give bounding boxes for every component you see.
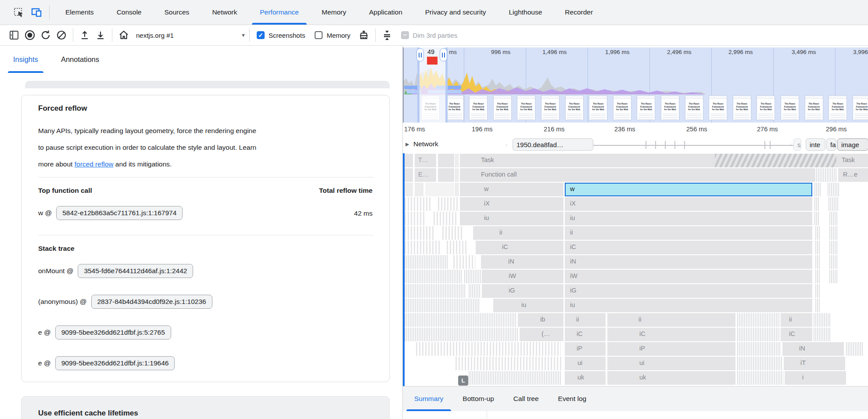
- insights-tab-annotations[interactable]: Annotations: [61, 46, 99, 73]
- save-profile-icon[interactable]: [93, 27, 108, 43]
- reload-record-button[interactable]: [38, 27, 54, 43]
- flame-bar[interactable]: [460, 183, 563, 196]
- screenshot-thumbnail[interactable]: The ReactFrameworkfor the Web: [853, 95, 868, 120]
- flame-bar[interactable]: [460, 154, 830, 167]
- memory-checkbox[interactable]: Memory: [315, 31, 350, 39]
- window-left-handle[interactable]: [416, 48, 424, 61]
- flame-bar[interactable]: [405, 168, 413, 182]
- window-right-handle[interactable]: [440, 48, 447, 61]
- network-track[interactable]: ▶ Network 1950.dea8fad…sintefaimage: [403, 137, 868, 153]
- flame-bar[interactable]: [405, 154, 413, 167]
- flame-bar[interactable]: [458, 183, 459, 196]
- tab-lighthouse[interactable]: Lighthouse: [497, 0, 553, 25]
- clear-recording-button[interactable]: [54, 27, 69, 43]
- flame-bar[interactable]: [607, 342, 735, 356]
- screenshot-thumbnail[interactable]: The ReactFrameworkfor the Web: [781, 95, 799, 120]
- flame-bar[interactable]: [565, 299, 812, 312]
- flame-left-edge-line[interactable]: [403, 153, 405, 386]
- screenshot-thumbnail[interactable]: The ReactFrameworkfor the Web: [685, 95, 703, 120]
- flame-chart[interactable]: T…TaskTaskE…Function callR…ewwiXiXiuiuii…: [403, 153, 868, 386]
- scrolled-card-edge[interactable]: [25, 81, 390, 88]
- screenshot-thumbnail[interactable]: The ReactFrameworkfor the Web: [637, 95, 655, 120]
- record-button[interactable]: [22, 27, 38, 43]
- insights-tab-insights[interactable]: Insights: [13, 46, 38, 73]
- flame-bar[interactable]: [460, 197, 563, 211]
- flame-bar[interactable]: [482, 270, 563, 283]
- screenshot-thumbnail[interactable]: The ReactFrameworkfor the Web: [493, 95, 512, 120]
- flame-bar[interactable]: [781, 328, 812, 341]
- network-request-chip[interactable]: fa: [826, 138, 836, 151]
- tab-privacy-and-security[interactable]: Privacy and security: [414, 0, 498, 25]
- flame-bar[interactable]: [785, 371, 846, 385]
- tab-memory[interactable]: Memory: [310, 0, 358, 25]
- screenshot-thumbnail[interactable]: The ReactFrameworkfor the Web: [565, 95, 584, 120]
- screenshot-thumbnail[interactable]: The ReactFrameworkfor the Web: [709, 95, 727, 120]
- flame-bar[interactable]: [456, 168, 457, 182]
- screenshot-thumbnail[interactable]: The ReactFrameworkfor the Web: [661, 95, 679, 120]
- screenshot-thumbnail[interactable]: The ReactFrameworkfor the Web: [445, 95, 464, 120]
- flame-bar[interactable]: [565, 342, 606, 356]
- tab-console[interactable]: Console: [105, 0, 153, 25]
- flame-bar[interactable]: [455, 154, 456, 167]
- tab-application[interactable]: Application: [358, 0, 414, 25]
- source-link-chip[interactable]: 2837-84b4d4394cd0f92e.js:1:10236: [91, 295, 212, 309]
- detail-ruler[interactable]: 176 ms196 ms216 ms236 ms256 ms276 ms296 …: [403, 123, 868, 137]
- tab-elements[interactable]: Elements: [54, 0, 105, 25]
- flame-bar[interactable]: [565, 357, 606, 370]
- flame-bar[interactable]: [565, 212, 812, 225]
- bottom-tab-call-tree[interactable]: Call tree: [504, 386, 549, 411]
- flame-bar[interactable]: [607, 328, 735, 341]
- flame-bar[interactable]: [458, 154, 459, 167]
- screenshot-thumbnail[interactable]: The ReactFrameworkfor the Web: [733, 95, 751, 120]
- toggle-sidebar-icon[interactable]: [6, 27, 22, 43]
- flame-bar[interactable]: [482, 284, 563, 298]
- load-profile-icon[interactable]: [77, 27, 93, 43]
- flame-bar[interactable]: [425, 183, 454, 196]
- flame-bar[interactable]: [415, 183, 423, 196]
- flame-bar[interactable]: [476, 241, 563, 254]
- flame-bar[interactable]: [565, 371, 606, 385]
- flame-bar[interactable]: [565, 241, 812, 254]
- flame-bar[interactable]: [565, 328, 606, 341]
- tab-sources[interactable]: Sources: [153, 0, 201, 25]
- flame-bar-selected[interactable]: [565, 183, 812, 196]
- screenshot-thumbnail[interactable]: The ReactFrameworkfor the Web: [805, 95, 823, 120]
- flame-bar[interactable]: [565, 313, 606, 327]
- tab-recorder[interactable]: Recorder: [553, 0, 604, 25]
- flame-bar[interactable]: [784, 357, 845, 370]
- tab-performance[interactable]: Performance: [248, 0, 310, 25]
- flame-bar[interactable]: [607, 313, 735, 327]
- bottom-tab-summary[interactable]: Summary: [405, 386, 453, 411]
- network-request-chip[interactable]: 1950.dea8fad…: [513, 138, 593, 151]
- session-select[interactable]: nextjs.org #1 ▼: [136, 32, 246, 39]
- flame-bar[interactable]: [565, 255, 812, 269]
- screenshot-thumbnail[interactable]: The ReactFrameworkfor the Web: [589, 95, 607, 120]
- flame-bar[interactable]: [458, 168, 459, 182]
- flame-bar[interactable]: [493, 299, 563, 312]
- flame-bar[interactable]: [781, 313, 812, 327]
- live-metrics-home-icon[interactable]: [116, 27, 132, 43]
- flame-bar[interactable]: [455, 183, 456, 196]
- flame-bar[interactable]: [565, 197, 812, 211]
- source-link-chip[interactable]: 9099-5bee326dd621dfbf.js:1:19646: [55, 356, 175, 370]
- flame-bar[interactable]: [456, 183, 457, 196]
- source-link-chip[interactable]: 3545-fd6e7644112d46af.js:1:2442: [78, 264, 193, 278]
- network-request-chip[interactable]: s: [793, 138, 801, 151]
- collect-garbage-icon[interactable]: [356, 27, 372, 43]
- flame-bar[interactable]: [565, 284, 812, 298]
- screenshots-checkbox[interactable]: ✓ Screenshots: [257, 31, 305, 39]
- flame-bar[interactable]: [438, 154, 454, 167]
- flame-bar[interactable]: [405, 183, 413, 196]
- screenshot-thumbnail[interactable]: The ReactFrameworkfor the Web: [469, 95, 488, 120]
- device-toolbar-icon[interactable]: [31, 6, 43, 18]
- screenshot-thumbnail[interactable]: The ReactFrameworkfor the Web: [613, 95, 631, 120]
- flame-bar[interactable]: [460, 212, 563, 225]
- collapse-tracks-icon[interactable]: [379, 27, 395, 43]
- screenshot-thumbnail[interactable]: The ReactFrameworkfor the Web: [829, 95, 847, 120]
- flame-bar[interactable]: [438, 168, 454, 182]
- screenshot-thumbnail[interactable]: The ReactFrameworkfor the Web: [517, 95, 535, 120]
- flame-bar[interactable]: [481, 255, 563, 269]
- screenshot-thumbnail[interactable]: The ReactFrameworkfor the Web: [757, 95, 775, 120]
- flame-bar[interactable]: [565, 226, 812, 240]
- source-link-chip[interactable]: 9099-5bee326dd621dfbf.js:5:2765: [55, 325, 171, 340]
